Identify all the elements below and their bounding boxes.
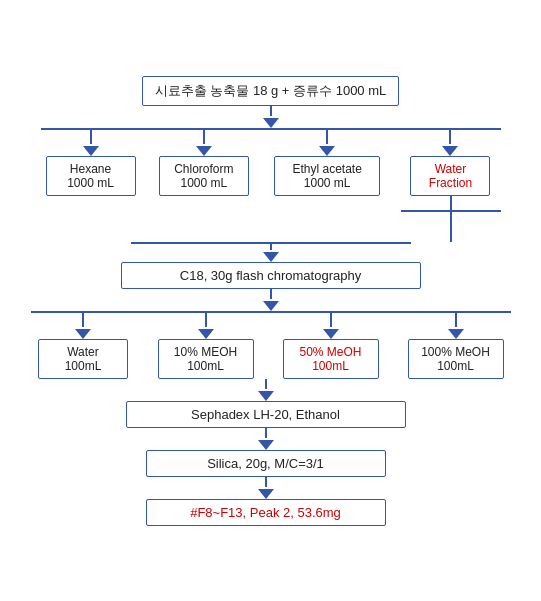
h-line-right: [141, 212, 501, 214]
arrow5: [258, 477, 274, 499]
hexane-col: Hexane1000 mL: [41, 130, 141, 196]
c18-box: C18, 30g flash chromatography: [121, 262, 421, 289]
meoh10-col: 10% MEOH100mL: [151, 313, 261, 379]
branch2-container: Water100mL 10% MEOH100mL 50% MeOH100mL 1…: [31, 311, 511, 379]
ethyl-col: Ethyl acetate1000 mL: [267, 130, 387, 196]
chloroform-col: Chloroform1000 mL: [154, 130, 254, 196]
wf-v-line: [401, 212, 501, 242]
flowchart: 시료추출 농축물 18 g + 증류수 1000 mL Hexane1000 m…: [11, 66, 531, 536]
water-fraction-box: WaterFraction: [410, 156, 490, 196]
ethyl-box: Ethyl acetate1000 mL: [274, 156, 380, 196]
center-arrow-to-c18: [41, 242, 501, 262]
arrow2: [263, 289, 279, 311]
wf-connector-row: [41, 212, 501, 242]
h-connector2: [31, 311, 511, 313]
meoh50-box: 50% MeOH100mL: [283, 339, 379, 379]
h-connector1: [41, 128, 501, 130]
arrow3: [258, 379, 274, 401]
meoh50-col: 50% MeOH100mL: [276, 313, 386, 379]
meoh10-box: 10% MEOH100mL: [158, 339, 254, 379]
branch1-container: Hexane1000 mL Chloroform1000 mL Ethyl ac…: [41, 128, 501, 196]
branch1-row: Hexane1000 mL Chloroform1000 mL Ethyl ac…: [41, 130, 501, 196]
center-v: [263, 242, 279, 262]
chloroform-box: Chloroform1000 mL: [159, 156, 249, 196]
h-to-center: [41, 212, 501, 214]
peak-box: #F8~F13, Peak 2, 53.6mg: [146, 499, 386, 526]
arrow4: [258, 428, 274, 450]
sephadex-box: Sephadex LH-20, Ethanol: [126, 401, 406, 428]
meoh50-to-sep-arrow: [26, 379, 506, 401]
start-box: 시료추출 농축물 18 g + 증류수 1000 mL: [142, 76, 400, 106]
wf-to-c18-line: [401, 196, 501, 212]
water-fraction-col: WaterFraction: [400, 130, 500, 196]
to-c18-connector: [41, 196, 501, 214]
meoh100-box: 100% MeOH100mL: [408, 339, 504, 379]
water-100-box: Water100mL: [38, 339, 128, 379]
hexane-box: Hexane1000 mL: [46, 156, 136, 196]
right-branch-line: [41, 196, 501, 212]
branch2-row: Water100mL 10% MEOH100mL 50% MeOH100mL 1…: [31, 313, 511, 379]
arrow1: [263, 106, 279, 128]
silica-box: Silica, 20g, M/C=3/1: [146, 450, 386, 477]
water-100-col: Water100mL: [31, 313, 136, 379]
meoh100-col: 100% MeOH100mL: [401, 313, 511, 379]
